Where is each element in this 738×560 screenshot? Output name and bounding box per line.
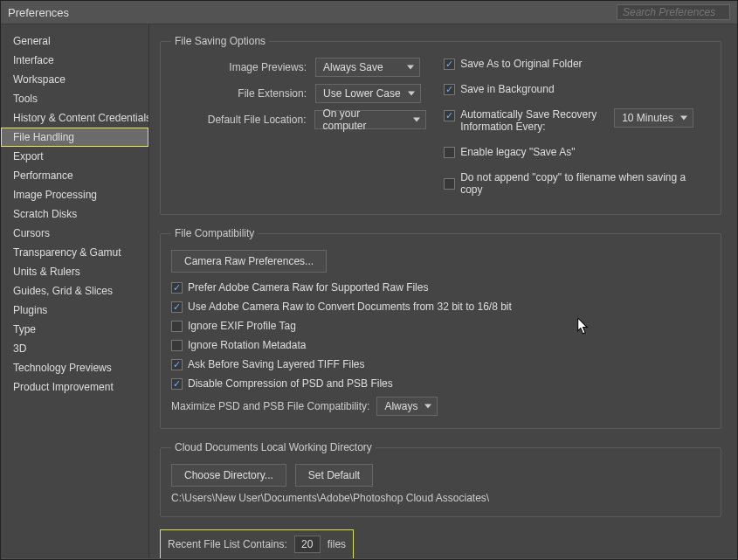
- ignore-exif-checkbox[interactable]: [171, 321, 183, 332]
- ignore-rotation-checkbox[interactable]: [171, 340, 183, 351]
- save-as-original-checkbox[interactable]: [444, 59, 455, 70]
- sidebar-item-guides-grid[interactable]: Guides, Grid & Slices: [1, 281, 148, 301]
- cloud-directory-path: C:\Users\New User\Documents\Adobe\Photos…: [171, 492, 710, 504]
- save-as-original-label: Save As to Original Folder: [460, 58, 582, 70]
- file-compatibility-legend: File Compatibility: [171, 227, 258, 239]
- camera-raw-preferences-button[interactable]: Camera Raw Preferences...: [171, 250, 327, 273]
- sidebar-item-3d[interactable]: 3D: [1, 339, 148, 358]
- search-input[interactable]: [617, 4, 730, 20]
- sidebar-item-export[interactable]: Export: [1, 147, 148, 166]
- main-panel: File Saving Options Image Previews: Alwa…: [149, 24, 737, 558]
- sidebar-item-performance[interactable]: Performance: [1, 166, 148, 185]
- image-previews-label: Image Previews:: [171, 61, 307, 73]
- ask-tiff-checkbox[interactable]: [171, 359, 183, 370]
- save-background-checkbox[interactable]: [444, 84, 455, 95]
- sidebar-item-tools[interactable]: Tools: [1, 89, 148, 108]
- legacy-save-as-checkbox[interactable]: [444, 147, 455, 158]
- sidebar-item-scratch-disks[interactable]: Scratch Disks: [1, 204, 148, 224]
- ask-tiff-label: Ask Before Saving Layered TIFF Files: [188, 358, 365, 370]
- legacy-save-as-label: Enable legacy "Save As": [460, 146, 575, 158]
- recent-file-list-label: Recent File List Contains:: [168, 538, 287, 550]
- recent-file-list-suffix: files: [328, 538, 346, 550]
- sidebar-item-image-processing[interactable]: Image Processing: [1, 185, 148, 204]
- sidebar-item-general[interactable]: General: [1, 31, 148, 51]
- ignore-rotation-label: Ignore Rotation Metadata: [188, 339, 306, 351]
- maximize-compat-label: Maximize PSD and PSB File Compatibility:: [171, 400, 369, 412]
- ignore-exif-label: Ignore EXIF Profile Tag: [188, 320, 296, 332]
- titlebar: Preferences: [1, 1, 737, 24]
- file-extension-dropdown[interactable]: Use Lower Case: [315, 84, 421, 103]
- use-acr-32bit-checkbox[interactable]: [171, 301, 183, 313]
- cloud-documents-group: Cloud Documents Local Working Directory …: [160, 441, 721, 517]
- cloud-documents-legend: Cloud Documents Local Working Directory: [171, 441, 376, 453]
- image-previews-dropdown[interactable]: Always Save: [315, 58, 420, 77]
- recent-file-count-input[interactable]: [294, 536, 321, 553]
- sidebar-item-type[interactable]: Type: [1, 320, 148, 339]
- sidebar-item-product-improvement[interactable]: Product Improvement: [1, 377, 148, 397]
- sidebar-item-history[interactable]: History & Content Credentials: [1, 108, 148, 128]
- default-file-location-dropdown[interactable]: On your computer: [314, 110, 426, 129]
- disable-psd-compression-label: Disable Compression of PSD and PSB Files: [188, 377, 393, 390]
- set-default-button[interactable]: Set Default: [295, 464, 373, 487]
- auto-save-label: Automatically Save Recovery Information …: [460, 108, 609, 133]
- file-saving-legend: File Saving Options: [171, 35, 269, 47]
- window-title: Preferences: [8, 6, 69, 19]
- sidebar-item-cursors[interactable]: Cursors: [1, 224, 148, 243]
- file-extension-label: File Extension:: [171, 87, 307, 100]
- sidebar-item-interface[interactable]: Interface: [1, 51, 148, 70]
- default-file-location-label: Default File Location:: [171, 114, 306, 126]
- no-append-copy-checkbox[interactable]: [444, 178, 455, 190]
- sidebar-item-file-handling[interactable]: File Handling: [1, 128, 148, 147]
- prefer-acr-label: Prefer Adobe Camera Raw for Supported Ra…: [188, 281, 428, 294]
- sidebar-item-units-rulers[interactable]: Units & Rulers: [1, 262, 148, 281]
- file-saving-group: File Saving Options Image Previews: Alwa…: [160, 35, 721, 215]
- auto-save-checkbox[interactable]: [444, 110, 455, 121]
- sidebar-item-plugins[interactable]: Plugins: [1, 301, 148, 320]
- disable-psd-compression-checkbox[interactable]: [171, 378, 183, 390]
- use-acr-32bit-label: Use Adobe Camera Raw to Convert Document…: [188, 301, 512, 313]
- file-compatibility-group: File Compatibility Camera Raw Preference…: [160, 227, 721, 429]
- sidebar-item-workspace[interactable]: Workspace: [1, 70, 148, 89]
- recent-file-list-group: Recent File List Contains: files: [160, 529, 354, 558]
- choose-directory-button[interactable]: Choose Directory...: [171, 464, 286, 487]
- sidebar: General Interface Workspace Tools Histor…: [1, 24, 149, 558]
- sidebar-item-transparency[interactable]: Transparency & Gamut: [1, 243, 148, 262]
- auto-save-interval-dropdown[interactable]: 10 Minutes: [614, 108, 693, 128]
- maximize-compat-dropdown[interactable]: Always: [376, 397, 438, 416]
- sidebar-item-tech-previews[interactable]: Technology Previews: [1, 358, 148, 377]
- save-background-label: Save in Background: [460, 83, 554, 95]
- no-append-copy-label: Do not append "copy" to filename when sa…: [460, 171, 710, 196]
- prefer-acr-checkbox[interactable]: [171, 282, 183, 294]
